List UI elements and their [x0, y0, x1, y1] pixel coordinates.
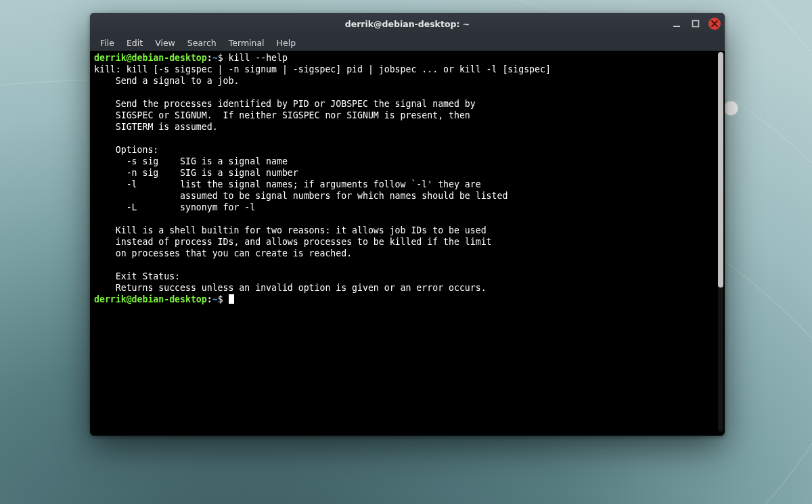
close-icon	[711, 20, 718, 27]
terminal[interactable]: derrik@debian-desktop:~$ kill --help kil…	[90, 51, 717, 436]
command-entered-text: kill --help	[229, 53, 288, 63]
prompt-path: ~	[212, 53, 218, 63]
menu-help[interactable]: Help	[271, 36, 302, 50]
prompt-path: ~	[212, 294, 218, 304]
prompt-colon: :	[207, 53, 212, 63]
terminal-scrollbar[interactable]	[718, 52, 723, 432]
svg-rect-0	[673, 26, 680, 27]
prompt-symbol: $	[218, 294, 223, 304]
terminal-output-line: assumed to be signal numbers for which n…	[94, 191, 508, 201]
terminal-output-line: Returns success unless an invalid option…	[94, 283, 487, 293]
maximize-icon	[692, 20, 700, 28]
menubar: File Edit View Search Terminal Help	[90, 35, 725, 51]
prompt-user: derrik	[94, 294, 127, 304]
terminal-viewport: derrik@debian-desktop:~$ kill --help kil…	[90, 51, 725, 436]
window-title: derrik@debian-desktop: ~	[345, 19, 470, 29]
prompt-user: derrik	[94, 53, 127, 63]
prompt-symbol: $	[218, 53, 223, 63]
terminal-output-line: SIGTERM is assumed.	[94, 122, 218, 132]
menu-edit[interactable]: Edit	[120, 36, 149, 50]
terminal-output-line: SIGSPEC or SIGNUM. If neither SIGSPEC no…	[94, 110, 470, 120]
window-titlebar[interactable]: derrik@debian-desktop: ~	[90, 13, 725, 35]
terminal-output-line: -L synonym for -l	[94, 202, 255, 212]
terminal-output-line: Options:	[94, 145, 158, 155]
terminal-output-line: on processes that you can create is reac…	[94, 248, 352, 258]
terminal-output-line: -s sig SIG is a signal name	[94, 156, 288, 166]
menu-file[interactable]: File	[94, 36, 120, 50]
terminal-output-line: -l list the signal names; if arguments f…	[94, 179, 481, 189]
terminal-window: derrik@debian-desktop: ~ File Edit View …	[90, 13, 725, 436]
prompt-at: @	[127, 294, 132, 304]
window-controls	[671, 13, 721, 35]
terminal-cursor	[229, 294, 234, 304]
minimize-icon	[673, 20, 681, 28]
terminal-output-line: instead of process IDs, and allows proce…	[94, 237, 492, 247]
prompt-colon: :	[207, 294, 212, 304]
terminal-output-line: Send the processes identified by PID or …	[94, 99, 476, 109]
desktop-background: derrik@debian-desktop: ~ File Edit View …	[0, 0, 812, 504]
terminal-output-line: Send a signal to a job.	[94, 76, 239, 86]
command-entered	[223, 53, 229, 63]
svg-rect-1	[693, 21, 699, 27]
maximize-button[interactable]	[690, 18, 702, 30]
terminal-output-line: -n sig SIG is a signal number	[94, 168, 298, 178]
close-button[interactable]	[708, 18, 721, 30]
terminal-output-line: kill: kill [-s sigspec | -n signum | -si…	[94, 64, 551, 74]
minimize-button[interactable]	[671, 18, 683, 30]
menu-view[interactable]: View	[149, 36, 181, 50]
terminal-output-line: Kill is a shell builtin for two reasons:…	[94, 225, 487, 235]
menu-terminal[interactable]: Terminal	[223, 36, 271, 50]
prompt-host: debian-desktop	[132, 294, 207, 304]
terminal-output-line: Exit Status:	[94, 271, 180, 281]
menu-search[interactable]: Search	[181, 36, 223, 50]
scrollbar-thumb[interactable]	[718, 52, 723, 288]
prompt-host: debian-desktop	[132, 53, 207, 63]
prompt-at: @	[127, 53, 132, 63]
